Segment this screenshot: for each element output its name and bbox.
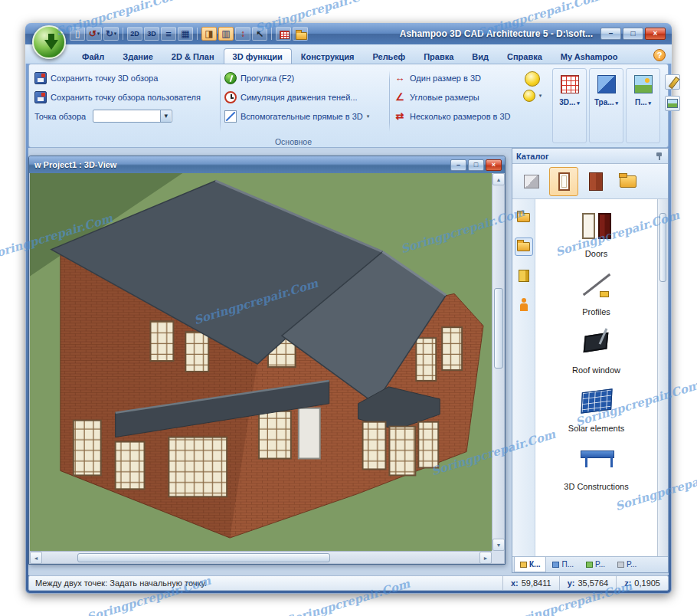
window-layout-icon[interactable] xyxy=(178,27,193,41)
3d-view-title-bar[interactable]: w Project1 : 3D-View – □ × xyxy=(29,156,505,173)
category-folder-button[interactable] xyxy=(515,208,533,227)
light-bulb-button[interactable] xyxy=(525,71,540,87)
pin-icon[interactable] xyxy=(655,152,664,161)
palette-icon[interactable] xyxy=(276,27,291,41)
3d-view-minimize-button[interactable]: – xyxy=(450,159,466,171)
catalog-furniture-button[interactable] xyxy=(581,167,610,196)
catalog-scroll-thumb[interactable] xyxy=(659,213,666,282)
group-p-button[interactable]: П... xyxy=(626,68,660,143)
catalog-scrollbar[interactable] xyxy=(657,199,668,556)
group-tra-button[interactable]: Тра... xyxy=(589,68,623,143)
3d-view-maximize-button[interactable]: □ xyxy=(468,159,484,171)
app-window: ▾ ▾ 2D 3D ▾ Ashampoo 3D CAD Architecture… xyxy=(25,23,672,594)
scrollbar-corner xyxy=(492,551,504,563)
3d-scene-canvas[interactable] xyxy=(30,173,492,551)
undo-icon[interactable]: ▾ xyxy=(87,27,102,41)
tab-edit[interactable]: Правка xyxy=(414,48,463,64)
new-document-icon[interactable] xyxy=(70,27,85,41)
window xyxy=(259,411,291,459)
catalog-item-label: Solar elements xyxy=(568,424,624,433)
save-3d-viewpoint-button[interactable]: Сохранить точку 3D обзора xyxy=(32,68,218,87)
aux-lines-button[interactable]: Вспомогательные прямые в 3D ▾ xyxy=(222,106,388,126)
window xyxy=(442,327,462,370)
pointer-icon[interactable] xyxy=(252,27,267,41)
scroll-right-icon[interactable]: ► xyxy=(479,552,492,564)
save-user-viewpoint-button[interactable]: Сохранить точку обзора пользователя xyxy=(32,87,218,106)
pen-icon[interactable] xyxy=(665,74,680,90)
view-2d-button[interactable]: 2D xyxy=(127,27,142,41)
coordinate-z: z:0,1905 xyxy=(616,576,668,590)
catalog-header[interactable]: Каталог xyxy=(512,149,668,164)
viewpoint-combobox[interactable] xyxy=(93,110,172,123)
columns-icon[interactable] xyxy=(218,27,234,41)
window xyxy=(185,332,208,372)
vertical-scroll-thumb[interactable] xyxy=(494,288,503,369)
tab-help[interactable]: Справка xyxy=(498,48,551,64)
bay-window xyxy=(363,422,386,470)
catalog-item-roof-window[interactable]: Roof window xyxy=(572,323,620,375)
person-icon xyxy=(518,298,530,312)
catalog-item-solar[interactable]: Solar elements xyxy=(568,382,624,433)
scroll-left-icon[interactable]: ◄ xyxy=(30,552,42,564)
minimize-button[interactable]: – xyxy=(600,28,621,40)
group-3d-button[interactable]: 3D... xyxy=(552,68,587,143)
catalog-tab-4[interactable]: Р... xyxy=(611,557,643,572)
walk-label: Прогулка (F2) xyxy=(241,74,294,83)
profiles-preview-icon xyxy=(580,265,614,303)
category-folder-selected-button[interactable] xyxy=(515,238,533,256)
category-book-button[interactable] xyxy=(515,267,533,285)
window-controls: – □ × xyxy=(600,28,666,40)
scroll-up-icon[interactable]: ▲ xyxy=(492,173,505,185)
catalog-item-3d-constructions[interactable]: 3D Constructions xyxy=(564,440,628,491)
window xyxy=(169,437,227,497)
category-person-button[interactable] xyxy=(515,296,533,314)
tab-terrain[interactable]: Рельеф xyxy=(363,48,414,64)
tab-my-ashampoo[interactable]: My Ashampoo xyxy=(551,48,627,64)
catalog-item-list: Doors Profiles Roof window Solar element… xyxy=(535,199,657,556)
image-icon[interactable] xyxy=(665,96,680,111)
open-folder-icon[interactable]: ▾ xyxy=(293,27,308,41)
ribbon-group-label: Основное xyxy=(29,137,558,146)
catalog-tab-2[interactable]: П... xyxy=(546,557,580,572)
application-menu-orb-icon[interactable] xyxy=(32,25,66,59)
help-icon[interactable]: ? xyxy=(653,49,666,61)
catalog-objects-button[interactable] xyxy=(517,167,546,196)
list-view-icon[interactable] xyxy=(161,27,176,41)
dimension-icon[interactable] xyxy=(235,27,250,41)
snap-icon[interactable] xyxy=(201,27,217,41)
catalog-item-profiles[interactable]: Profiles xyxy=(580,265,614,316)
horizontal-scroll-thumb[interactable] xyxy=(77,553,330,562)
ribbon-tab-strip: Файл Здание 2D & План 3D функции Констру… xyxy=(25,44,672,64)
catalog-body: Doors Profiles Roof window Solar element… xyxy=(512,199,668,556)
angle-dimension-button[interactable]: ∠ Угловые размеры xyxy=(391,87,520,106)
catalog-item-doors[interactable]: Doors xyxy=(582,207,611,258)
light-options-button[interactable]: ▾ xyxy=(521,90,545,102)
view-3d-button[interactable]: 3D xyxy=(144,27,159,41)
status-bar: Между двух точек: Задать начальную точку… xyxy=(28,575,669,591)
window xyxy=(416,338,436,381)
catalog-tab-3[interactable]: Р... xyxy=(580,557,611,572)
single-dimension-button[interactable]: ↔ Один размер в 3D xyxy=(391,68,520,87)
tab-3d-functions[interactable]: 3D функции xyxy=(224,48,292,64)
3d-view-close-button[interactable]: × xyxy=(486,159,502,171)
close-button[interactable]: × xyxy=(645,28,666,40)
catalog-folders-button[interactable] xyxy=(614,167,643,196)
scroll-down-icon[interactable]: ▼ xyxy=(492,539,505,551)
tab-file[interactable]: Файл xyxy=(73,48,113,64)
coordinate-x: x:59,8411 xyxy=(502,576,559,590)
redo-icon[interactable]: ▾ xyxy=(103,27,119,41)
catalog-tab-catalog[interactable]: К... xyxy=(514,557,546,572)
vertical-scrollbar[interactable]: ▲ ▼ xyxy=(492,173,504,551)
ribbon-separator xyxy=(220,70,221,132)
shadow-simulation-button[interactable]: Симуляция движения теней... xyxy=(222,87,388,106)
maximize-button[interactable]: □ xyxy=(623,28,643,40)
tab-construction[interactable]: Конструкция xyxy=(292,48,364,64)
tab-2d-plan[interactable]: 2D & План xyxy=(162,48,224,64)
walk-button[interactable]: Прогулка (F2) xyxy=(222,68,388,87)
catalog-doors-button[interactable] xyxy=(549,167,578,196)
multi-dimension-button[interactable]: ⇄ Несколько размеров в 3D xyxy=(391,106,520,126)
tab-view[interactable]: Вид xyxy=(463,48,498,64)
tab-building[interactable]: Здание xyxy=(113,48,162,64)
folders-icon xyxy=(620,175,636,188)
horizontal-scrollbar[interactable]: ◄ ► xyxy=(30,551,492,563)
